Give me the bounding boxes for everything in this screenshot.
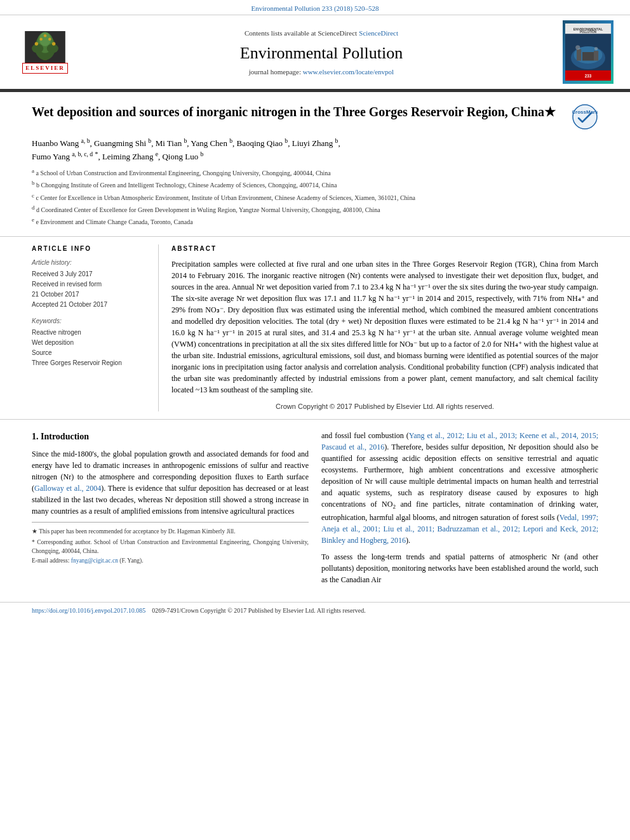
sup-b1: b: [148, 137, 151, 144]
affil-d: d d Coordinated Center of Excellence for…: [32, 204, 598, 215]
intro-right-para-2: To assess the long-term trends and spati…: [321, 551, 598, 585]
science-direct-label: Contents lists available at ScienceDirec…: [245, 29, 357, 37]
history-label: Article history:: [32, 258, 148, 267]
sup-b2: b: [184, 137, 187, 144]
abstract-heading: ABSTRACT: [171, 244, 598, 253]
journal-citation-text: Environmental Pollution 233 (2018) 520–5…: [251, 4, 379, 12]
introduction-section: 1. Introduction Since the mid-1800's, th…: [0, 420, 630, 596]
homepage-link[interactable]: www.elsevier.com/locate/envpol: [303, 68, 394, 76]
article-info-heading: ARTICLE INFO: [32, 244, 148, 253]
yang-ref[interactable]: Yang et al., 2012; Liu et al., 2013; Kee…: [321, 431, 598, 451]
affil-c: c c Center for Excellence in Urban Atmos…: [32, 192, 598, 203]
footnote-divider-1: [32, 522, 309, 523]
bottom-links: https://doi.org/10.1016/j.envpol.2017.10…: [32, 606, 598, 615]
journal-cover-image: ENVIRONMENTAL POLLUTION 233: [563, 20, 613, 84]
footnote-corresponding: * Corresponding author. School of Urban …: [32, 538, 309, 556]
sup-a: a, b: [81, 137, 90, 144]
crossmark-icon: CrossMark: [572, 104, 598, 130]
svg-point-11: [44, 34, 47, 37]
abstract-column: ABSTRACT Precipitation samples were coll…: [171, 244, 598, 411]
svg-point-21: [575, 46, 580, 50]
elsevier-logo-area: ELSEVIER: [10, 31, 80, 74]
sup-star: *: [95, 150, 98, 157]
introduction-text: 1. Introduction Since the mid-1800's, th…: [32, 430, 598, 585]
svg-rect-19: [594, 51, 598, 61]
svg-point-22: [594, 47, 598, 50]
vedal-ref[interactable]: Vedal, 1997; Aneja et al., 2001; Liu et …: [321, 513, 598, 545]
journal-cover-area: ENVIRONMENTAL POLLUTION 233: [563, 20, 620, 84]
svg-text:CrossMark: CrossMark: [572, 109, 598, 115]
homepage-url-text: www.elsevier.com/locate/envpol: [303, 68, 394, 76]
svg-rect-18: [577, 50, 581, 61]
affiliations: a a School of Urban Construction and Env…: [32, 167, 598, 227]
received-date: Received 3 July 2017: [32, 270, 148, 279]
intro-right-para-1: and fossil fuel combustion (Yang et al.,…: [321, 430, 598, 546]
svg-point-8: [52, 42, 55, 45]
intro-left-col: 1. Introduction Since the mid-1800's, th…: [32, 430, 309, 585]
keyword-4: Three Gorges Reservoir Region: [32, 359, 148, 368]
sup-b3: b: [229, 137, 232, 144]
email-link[interactable]: fnyang@cigit.ac.cn: [71, 557, 120, 564]
affil-b: b b Chongqing Institute of Green and Int…: [32, 179, 598, 190]
affil-a: a a School of Urban Construction and Env…: [32, 167, 598, 178]
crown-copyright: Crown Copyright © 2017 Published by Else…: [171, 402, 598, 411]
article-info-abstract: ARTICLE INFO Article history: Received 3…: [0, 237, 630, 420]
intro-right-col: and fossil fuel combustion (Yang et al.,…: [321, 430, 598, 585]
science-direct-text: Contents lists available at ScienceDirec…: [86, 27, 556, 39]
journal-title: Environmental Pollution: [86, 42, 556, 65]
svg-point-25: [573, 105, 597, 129]
keyword-1: Reactive nitrogen: [32, 328, 148, 337]
article-title-section: Wet deposition and sources of inorganic …: [0, 92, 630, 236]
sup-b6: b: [200, 150, 203, 157]
footnote-star: ★ This paper has been recommended for ac…: [32, 528, 309, 536]
issn-info: 0269-7491/Crown Copyright © 2017 Publish…: [152, 606, 365, 615]
keyword-2: Wet deposition: [32, 338, 148, 347]
abstract-text: Precipitation samples were collected at …: [171, 258, 598, 396]
intro-para-1: Since the mid-1800's, the global populat…: [32, 448, 309, 517]
article-title-area: Wet deposition and sources of inorganic …: [32, 103, 598, 130]
cover-svg: ENVIRONMENTAL POLLUTION 233: [565, 20, 611, 84]
received-revised-date: 21 October 2017: [32, 290, 148, 299]
sup-e: e: [156, 150, 158, 157]
keyword-3: Source: [32, 349, 148, 357]
svg-point-4: [32, 44, 43, 53]
affil-e: e e Environment and Climate Change Canad…: [32, 216, 598, 227]
intro-heading: 1. Introduction: [32, 430, 309, 443]
svg-text:233: 233: [585, 74, 592, 78]
svg-point-5: [47, 44, 58, 53]
svg-point-9: [39, 38, 43, 41]
sup-b4: b: [285, 137, 288, 144]
elsevier-wordmark: ELSEVIER: [22, 63, 68, 74]
journal-header-center: Contents lists available at ScienceDirec…: [80, 27, 563, 77]
authors-line: Huanbo Wang a, b, Guangming Shi b, Mi Ti…: [32, 137, 598, 163]
accepted-date: Accepted 21 October 2017: [32, 300, 148, 309]
galloway-ref[interactable]: Galloway et al., 2004: [34, 484, 101, 493]
journal-header: ELSEVIER Contents lists available at Sci…: [0, 15, 630, 90]
journal-homepage: journal homepage: www.elsevier.com/locat…: [86, 67, 556, 77]
article-title: Wet deposition and sources of inorganic …: [32, 103, 565, 120]
svg-text:POLLUTION: POLLUTION: [580, 31, 596, 34]
svg-point-10: [48, 38, 51, 41]
keywords-section: Keywords: Reactive nitrogen Wet depositi…: [32, 317, 148, 368]
keywords-heading: Keywords:: [32, 317, 148, 326]
article-info-column: ARTICLE INFO Article history: Received 3…: [32, 244, 159, 411]
elsevier-tree-icon: [23, 31, 67, 63]
svg-rect-20: [582, 52, 594, 61]
science-direct-link[interactable]: ScienceDirect: [359, 29, 398, 37]
homepage-label: journal homepage:: [249, 68, 301, 76]
doi-link[interactable]: https://doi.org/10.1016/j.envpol.2017.10…: [32, 606, 145, 615]
bottom-bar: https://doi.org/10.1016/j.envpol.2017.10…: [0, 602, 630, 619]
sup-b5: b: [335, 137, 338, 144]
svg-point-7: [35, 42, 38, 45]
footnote-email: E-mail address: fnyang@cigit.ac.cn (F. Y…: [32, 557, 309, 565]
sup-abcd: a, b, c, d: [72, 150, 93, 157]
journal-citation-bar: Environmental Pollution 233 (2018) 520–5…: [0, 0, 630, 15]
received-revised-label: Received in revised form: [32, 280, 148, 289]
crossmark-badge[interactable]: CrossMark: [572, 103, 598, 130]
